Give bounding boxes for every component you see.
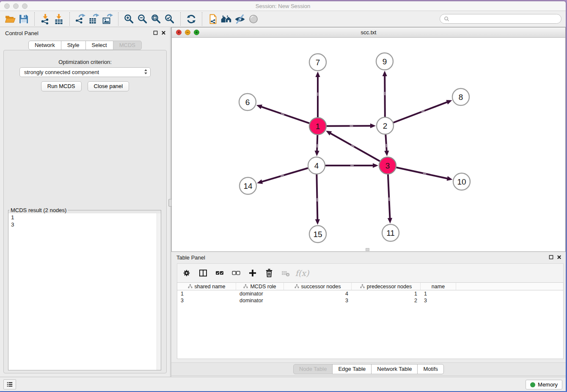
tab-select[interactable]: Select [85, 41, 113, 50]
graph-node-15[interactable]: 15 [309, 226, 326, 243]
column-sort-icon[interactable] [243, 284, 248, 289]
search-box[interactable] [440, 14, 561, 24]
graph-node-4[interactable]: 4 [308, 157, 325, 174]
run-mcds-button[interactable]: Run MCDS [41, 81, 82, 91]
open-session-button[interactable] [3, 12, 17, 26]
graph-node-8[interactable]: 8 [452, 88, 469, 105]
tab-mcds[interactable]: MCDS [113, 41, 142, 50]
column-header-successor-nodes[interactable]: successor nodes [284, 283, 352, 290]
graph-edge-4-14[interactable] [261, 168, 308, 182]
graph-edge-3-10[interactable] [396, 167, 448, 179]
show-hide-details-button[interactable] [233, 12, 247, 26]
column-sort-icon[interactable] [360, 284, 365, 289]
float-panel-icon[interactable] [549, 255, 553, 259]
tab-network-table[interactable]: Network Table [371, 364, 418, 374]
graph-node-10[interactable]: 10 [453, 173, 470, 190]
tab-edge-table[interactable]: Edge Table [332, 364, 372, 374]
close-panel-icon[interactable] [557, 255, 561, 259]
tab-style[interactable]: Style [61, 41, 86, 50]
table-cell[interactable]: dominator [236, 297, 284, 304]
float-panel-icon[interactable] [153, 30, 158, 35]
export-table-button[interactable] [87, 12, 101, 26]
column-sort-icon[interactable] [188, 284, 193, 289]
close-panel-icon[interactable] [161, 30, 166, 35]
graph-node-7[interactable]: 7 [309, 54, 326, 71]
main-area: Control Panel NetworkStyleSelectMCDS Opt… [0, 27, 566, 377]
graph-edge-2-8[interactable] [394, 102, 448, 123]
first-neighbors-button[interactable] [220, 12, 233, 26]
close-panel-button[interactable]: Close panel [88, 81, 129, 91]
table-options-button[interactable] [182, 268, 192, 278]
save-session-icon [18, 14, 29, 25]
graph-node-2[interactable]: 2 [377, 117, 394, 134]
tab-network[interactable]: Network [28, 41, 61, 50]
table-cell[interactable]: 1 [177, 290, 236, 297]
graph-node-1[interactable]: 1 [309, 118, 326, 135]
graph-edge-2-9[interactable] [385, 75, 385, 117]
column-sort-icon[interactable] [295, 284, 299, 289]
table-cell[interactable]: dominator [236, 290, 284, 297]
mcds-result-box[interactable]: 1 3 [8, 213, 161, 370]
memory-button[interactable]: Memory [526, 380, 562, 389]
graph-node-11[interactable]: 11 [382, 224, 399, 241]
svg-text:4: 4 [314, 161, 319, 170]
save-session-button[interactable] [17, 12, 30, 26]
search-input[interactable] [451, 16, 557, 22]
result-scrollbar[interactable] [157, 213, 161, 370]
svg-text:1: 1 [316, 122, 320, 131]
graph-edge-1-4[interactable] [317, 135, 317, 152]
table-cell[interactable]: 3 [284, 297, 352, 304]
edge-arrowhead [256, 105, 262, 109]
column-header-shared-name[interactable]: shared name [177, 283, 236, 290]
table-cell[interactable]: 3 [421, 297, 456, 304]
import-table-button[interactable] [52, 12, 66, 26]
table-row[interactable]: 1dominator411 [177, 290, 563, 297]
toggle-bird-view-button[interactable] [247, 12, 260, 26]
zoom-fit-button[interactable] [149, 12, 163, 26]
task-history-button[interactable] [3, 379, 16, 389]
tab-motifs[interactable]: Motifs [417, 364, 444, 374]
select-all-columns-button[interactable] [215, 268, 225, 278]
column-header-MCDS-role[interactable]: MCDS role [236, 283, 284, 290]
unselect-all-columns-button[interactable] [231, 268, 241, 278]
unselect-all-columns-icon [231, 268, 241, 278]
show-columns-button[interactable] [198, 268, 208, 278]
panel-splitter-handle[interactable] [168, 199, 172, 207]
table-cell[interactable]: 3 [177, 297, 236, 304]
zoom-in-button[interactable] [122, 12, 136, 26]
tab-node-table[interactable]: Node Table [293, 364, 333, 374]
column-header-predecessor-nodes[interactable]: predecessor nodes [352, 283, 421, 290]
canvas-scroll-handle[interactable] [366, 248, 369, 251]
table-cell[interactable]: 4 [284, 290, 352, 297]
add-button[interactable] [248, 268, 258, 278]
zoom-out-button[interactable] [136, 12, 149, 26]
column-header-name[interactable]: name [421, 283, 456, 290]
optimization-criterion-select[interactable]: strongly connected component [19, 67, 151, 77]
export-network-button[interactable] [74, 12, 87, 26]
table-cell[interactable]: 2 [352, 297, 421, 304]
edge-handle [388, 197, 390, 201]
graph-node-14[interactable]: 14 [239, 177, 256, 194]
graph-edge-3-11[interactable] [388, 174, 390, 219]
graph-node-3[interactable]: 3 [379, 157, 396, 174]
graph-node-9[interactable]: 9 [376, 53, 393, 70]
delete-button[interactable] [264, 268, 274, 278]
table-cell[interactable]: 1 [421, 290, 456, 297]
table-row[interactable]: 3dominator323 [177, 297, 563, 304]
network-canvas[interactable]: 7968124314101511 [172, 38, 565, 251]
apply-layout-button[interactable] [184, 12, 198, 26]
graph-edge-1-6[interactable] [261, 107, 309, 123]
node-table: shared nameMCDS rolesuccessor nodesprede… [177, 282, 564, 359]
graph-edge-1-2[interactable] [327, 126, 371, 126]
import-network-button[interactable] [39, 12, 52, 26]
table-cell[interactable]: 1 [352, 290, 421, 297]
graph-edge-4-15[interactable] [317, 174, 317, 220]
graph-edge-2-3[interactable] [385, 135, 387, 152]
graph-node-6[interactable]: 6 [239, 94, 256, 110]
new-network-from-selection-button[interactable] [206, 12, 220, 26]
export-image-button[interactable] [101, 12, 114, 26]
graph-edge-3-1[interactable] [330, 133, 380, 161]
svg-text:7: 7 [316, 58, 320, 67]
zoom-selected-button[interactable] [163, 12, 176, 26]
window-title: Session: New Session [0, 3, 566, 9]
